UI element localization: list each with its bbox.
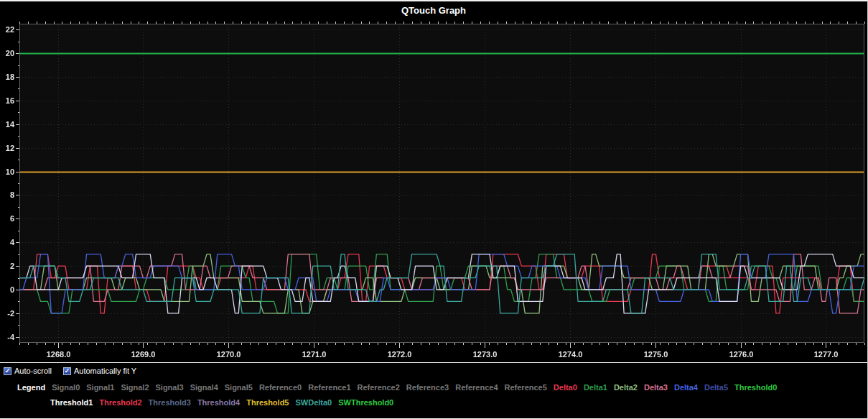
legend-item-signal3[interactable]: Signal3 (156, 383, 184, 392)
autoscroll-checkbox[interactable]: ✓ (4, 367, 11, 375)
legend-item-reference2[interactable]: Reference2 (358, 383, 400, 392)
legend-item-signal0[interactable]: Signal0 (52, 383, 80, 392)
window-title: QTouch Graph (401, 5, 466, 16)
legend-row-2: Threshold1Threshold2Threshold3Threshold4… (50, 398, 867, 407)
legend-item-threshold1[interactable]: Threshold1 (50, 398, 93, 407)
legend-item-threshold4[interactable]: Threshold4 (197, 398, 240, 407)
legend-item-swthreshold0[interactable]: SWThreshold0 (338, 398, 393, 407)
legend-item-delta4[interactable]: Delta4 (674, 383, 698, 392)
autoscroll-label: Auto-scroll (14, 367, 52, 375)
graph-canvas[interactable] (0, 19, 867, 362)
autoscroll-control: ✓ Auto-scroll (4, 367, 52, 375)
legend-panel: Legend Signal0Signal1Signal2Signal3Signa… (0, 379, 867, 407)
legend-item-threshold5[interactable]: Threshold5 (246, 398, 289, 407)
legend-item-signal5[interactable]: Signal5 (225, 383, 253, 392)
legend-item-signal1[interactable]: Signal1 (86, 383, 114, 392)
legend-item-delta1[interactable]: Delta1 (584, 383, 607, 392)
fit-y-checkbox[interactable]: ✓ (63, 367, 71, 375)
legend-item-reference0[interactable]: Reference0 (259, 383, 302, 392)
legend-item-delta3[interactable]: Delta3 (644, 383, 668, 392)
fit-y-control: ✓ Automatically fit Y (63, 367, 136, 375)
controls-bar: ✓ Auto-scroll ✓ Automatically fit Y (0, 362, 867, 379)
legend-row-1: Legend Signal0Signal1Signal2Signal3Signa… (17, 383, 867, 392)
legend-item-delta2[interactable]: Delta2 (614, 383, 638, 392)
legend-item-reference3[interactable]: Reference3 (406, 383, 449, 392)
legend-item-signal4[interactable]: Signal4 (190, 383, 218, 392)
legend-item-reference5[interactable]: Reference5 (505, 383, 547, 392)
legend-item-threshold2[interactable]: Threshold2 (99, 398, 141, 407)
legend-item-reference1[interactable]: Reference1 (308, 383, 350, 392)
window-titlebar: QTouch Graph (0, 1, 867, 19)
legend-item-reference4[interactable]: Reference4 (455, 383, 498, 392)
legend-item-threshold3[interactable]: Threshold3 (149, 398, 191, 407)
legend-item-delta0[interactable]: Delta0 (554, 383, 577, 392)
legend-header: Legend (17, 383, 45, 392)
qtouch-graph-window: QTouch Graph ✓ Auto-scroll ✓ Automatical… (0, 0, 868, 419)
legend-item-signal2[interactable]: Signal2 (121, 383, 149, 392)
fit-y-label: Automatically fit Y (74, 367, 136, 375)
legend-item-threshold0[interactable]: Threshold0 (734, 383, 777, 392)
legend-item-swdelta0[interactable]: SWDelta0 (295, 398, 332, 407)
legend-item-delta5[interactable]: Delta5 (704, 383, 728, 392)
